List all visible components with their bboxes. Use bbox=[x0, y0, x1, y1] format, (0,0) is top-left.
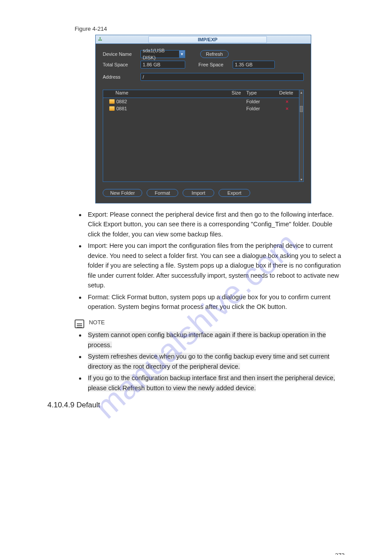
total-space-field: 1.86 GB bbox=[140, 61, 185, 69]
list-item: Export: Please connect the peripheral de… bbox=[75, 210, 345, 239]
section-heading: 4.10.4.9 Default bbox=[47, 401, 392, 410]
list-item: System cannot open config backup interfa… bbox=[75, 330, 345, 351]
col-name: Name bbox=[103, 90, 223, 98]
row-type: Folder bbox=[244, 106, 275, 111]
import-button[interactable]: Import bbox=[183, 189, 214, 197]
address-label: Address bbox=[103, 74, 137, 80]
export-button[interactable]: Export bbox=[219, 189, 250, 197]
total-space-label: Total Space bbox=[103, 62, 137, 67]
row-type: Folder bbox=[244, 99, 275, 104]
table-row[interactable]: 0882 Folder × bbox=[103, 98, 299, 105]
note-book-icon bbox=[75, 319, 84, 328]
note-block: System cannot open config backup interfa… bbox=[75, 330, 345, 394]
scroll-up-icon[interactable]: ▲ bbox=[299, 90, 303, 94]
list-item: System refreshes device when you go to t… bbox=[75, 352, 345, 372]
file-table: Name Size Type Delete 0882 Folder × 0881 bbox=[103, 90, 304, 182]
note-heading: NOTE bbox=[89, 319, 104, 326]
table-header: Name Size Type Delete bbox=[103, 90, 299, 98]
row-name: 0882 bbox=[116, 99, 127, 104]
figure-caption: Figure 4-214 bbox=[75, 25, 392, 32]
list-item: Import: Here you can import the configur… bbox=[75, 241, 345, 290]
list-item: Format: Click Format button, system pops… bbox=[75, 292, 345, 312]
new-folder-button[interactable]: New Folder bbox=[103, 189, 142, 197]
titlebar: IMP/EXP bbox=[96, 35, 311, 44]
col-size: Size bbox=[223, 90, 244, 98]
col-type: Type bbox=[244, 90, 275, 98]
folder-icon bbox=[109, 106, 115, 111]
scroll-down-icon[interactable]: ▼ bbox=[299, 177, 303, 181]
format-button[interactable]: Format bbox=[147, 189, 178, 197]
imp-exp-dialog: IMP/EXP Device Name sda1(USB DISK) ▼ Ref… bbox=[95, 35, 311, 203]
folder-icon bbox=[109, 99, 115, 104]
list-item: If you go to the configuration backup in… bbox=[75, 373, 345, 394]
chevron-down-icon[interactable]: ▼ bbox=[179, 50, 185, 58]
table-row[interactable]: 0881 Folder × bbox=[103, 105, 299, 112]
free-space-field: 1.35 GB bbox=[233, 61, 275, 69]
dialog-title: IMP/EXP bbox=[148, 36, 267, 43]
row-name: 0881 bbox=[116, 106, 127, 111]
device-name-select[interactable]: sda1(USB DISK) bbox=[140, 50, 179, 58]
device-name-label: Device Name bbox=[103, 51, 137, 57]
free-space-label: Free Space bbox=[198, 62, 229, 67]
recycle-icon bbox=[96, 35, 104, 44]
body-text: Export: Please connect the peripheral de… bbox=[75, 210, 345, 312]
scroll-thumb[interactable] bbox=[300, 106, 303, 112]
address-field[interactable]: / bbox=[140, 73, 304, 81]
delete-icon[interactable]: × bbox=[275, 106, 299, 111]
refresh-button[interactable]: Refresh bbox=[200, 50, 229, 58]
delete-icon[interactable]: × bbox=[275, 99, 299, 104]
col-delete: Delete bbox=[275, 90, 299, 98]
page-number: 273 bbox=[0, 552, 392, 555]
scrollbar[interactable]: ▲ ▼ bbox=[299, 90, 303, 181]
